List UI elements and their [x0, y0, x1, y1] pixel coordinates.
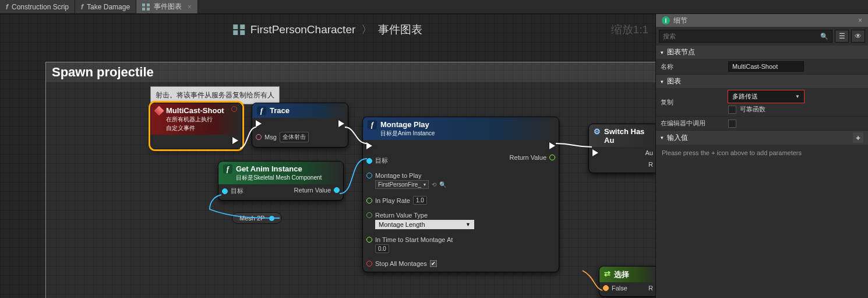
checkbox-call-in-editor[interactable]	[728, 120, 736, 128]
pin-label: False	[612, 285, 627, 292]
pin-target[interactable]: 目标	[222, 187, 244, 195]
pin-in-play-rate[interactable]: In Play Rate 1.0	[366, 196, 474, 205]
tab-take-damage[interactable]: f Take Damage	[75, 0, 136, 13]
function-icon: f	[257, 106, 266, 115]
float-pin-icon	[366, 237, 372, 243]
dropdown-replication[interactable]: 多路传送	[728, 90, 804, 103]
node-title: Get Anim Instance	[236, 164, 302, 173]
breakpoint-icon[interactable]	[231, 106, 237, 112]
exec-in-pin[interactable]	[592, 149, 598, 156]
node-select[interactable]: ⇄ 选择 False R	[599, 266, 655, 297]
node-title: Montage Play	[380, 120, 429, 129]
pin-label: In Play Rate	[375, 197, 410, 204]
visibility-button[interactable]: 👁	[851, 30, 865, 43]
label-replicate: 复制	[656, 88, 724, 117]
variable-label: Mesh 2P	[239, 215, 264, 222]
pin-default-value[interactable]: 1.0	[413, 196, 427, 205]
asset-picker[interactable]: FirstPersonFire_	[375, 180, 429, 189]
breadcrumb: FirstPersonCharacter 〉 事件图表	[233, 22, 423, 37]
node-subtitle2: 自定义事件	[166, 124, 228, 132]
search-icon: 🔍	[820, 33, 828, 40]
function-icon: f	[223, 164, 232, 174]
view-options-button[interactable]: ☰	[835, 30, 849, 43]
node-trace[interactable]: f Trace Msg 全体射击	[252, 103, 348, 148]
comment-node[interactable]: Spawn projectile	[45, 62, 655, 298]
node-variable-mesh2p[interactable]: Mesh 2P	[232, 212, 282, 224]
section-graph-node[interactable]: ▾ 图表节点	[656, 45, 868, 59]
graph-icon	[142, 3, 150, 10]
pin-return-value[interactable]: Return Value	[294, 187, 340, 194]
comment-title[interactable]: Spawn projectile	[46, 62, 655, 82]
bool-checkbox[interactable]: ✔	[430, 260, 437, 267]
pin-msg[interactable]: Msg 全体射击	[256, 132, 309, 142]
pin-montage-to-play[interactable]: Montage to Play FirstPersonFire_ ⟲ 🔍	[366, 172, 474, 189]
checkbox-reliable[interactable]	[728, 106, 736, 114]
browse-icon[interactable]: 🔍	[439, 181, 446, 188]
node-subtitle: 在所有机器上执行	[166, 115, 228, 124]
tab-label: Take Damage	[87, 3, 130, 11]
function-icon: f	[368, 120, 377, 129]
details-search-input[interactable]: 搜索 🔍	[659, 30, 832, 43]
exec-out-remote[interactable]: R	[648, 161, 653, 168]
pin-result[interactable]: R	[648, 285, 653, 292]
event-graph-canvas[interactable]: FirstPersonCharacter 〉 事件图表 缩放1:1 Spawn …	[0, 14, 655, 298]
blueprint-icon	[233, 24, 245, 35]
node-montage-play[interactable]: f Montage Play 目标是Anim Instance 目标	[362, 117, 559, 272]
event-diamond-icon	[154, 106, 164, 116]
string-pin-icon	[256, 134, 262, 140]
details-panel: i 细节 × 搜索 🔍 ☰ 👁 ▾ 图表节点 名称	[655, 14, 868, 298]
exec-out-pin[interactable]	[232, 137, 238, 144]
use-selected-icon[interactable]: ⟲	[432, 181, 436, 188]
node-get-anim-instance[interactable]: f Get Anim Instance 目标是Skeletal Mesh Com…	[218, 161, 344, 201]
pin-default-value[interactable]: 全体射击	[280, 132, 309, 142]
pin-target[interactable]: 目标	[366, 156, 474, 165]
details-tab[interactable]: i 细节 ×	[656, 14, 868, 27]
pin-return-value[interactable]: Return Value	[510, 154, 555, 161]
pin-label: In Time to Start Montage At	[375, 236, 453, 243]
exec-out-pin[interactable]	[338, 120, 344, 127]
tab-label: 事件图表	[154, 2, 182, 12]
enum-pin-icon	[366, 212, 372, 218]
macro-gear-icon: ⚙	[594, 127, 601, 136]
zoom-level: 缩放1:1	[611, 22, 648, 37]
pin-label: 目标	[375, 156, 388, 165]
object-pin-icon	[366, 158, 372, 164]
tab-construction-script[interactable]: f Construction Scrip	[0, 0, 75, 13]
object-pin-icon	[334, 187, 340, 193]
tab-event-graph[interactable]: 事件图表 ×	[136, 0, 198, 13]
pin-label: Montage to Play	[375, 172, 422, 179]
node-title: Trace	[270, 106, 290, 115]
close-icon[interactable]: ×	[858, 16, 862, 24]
pin-return-value-type[interactable]: Return Value Type Montage Length	[366, 212, 474, 229]
breadcrumb-current[interactable]: 事件图表	[378, 22, 422, 37]
exec-in-pin[interactable]	[256, 120, 309, 127]
tab-label: Construction Scrip	[12, 3, 69, 11]
object-pin-icon[interactable]	[269, 216, 274, 221]
pin-label: Return Value Type	[375, 212, 428, 219]
close-icon[interactable]: ×	[188, 3, 192, 11]
exec-out-authority[interactable]: Au	[645, 149, 653, 156]
label-name: 名称	[656, 59, 724, 75]
info-icon: i	[662, 16, 670, 24]
node-switch-has-authority[interactable]: ⚙ Switch Has Au Au R	[588, 124, 655, 173]
input-node-name[interactable]	[728, 61, 804, 72]
pin-stop-all-montages[interactable]: Stop All Montages ✔	[366, 260, 474, 267]
node-multicast-shoot[interactable]: MultiCast-Shoot 在所有机器上执行 自定义事件	[150, 103, 242, 149]
eye-icon: 👁	[855, 32, 862, 40]
enum-dropdown[interactable]: Montage Length	[375, 220, 474, 229]
exec-in-pin[interactable]	[366, 142, 474, 149]
pin-false[interactable]: False	[603, 285, 627, 292]
section-graph[interactable]: ▾ 图表	[656, 75, 868, 88]
pin-in-time-start[interactable]: In Time to Start Montage At 0.0	[366, 236, 474, 253]
float-pin-icon	[366, 198, 372, 204]
expand-icon: ▾	[661, 135, 664, 141]
exec-out-pin[interactable]	[549, 142, 555, 149]
wildcard-pin-icon	[603, 285, 609, 291]
add-input-button[interactable]: ＋	[853, 132, 863, 143]
section-inputs[interactable]: ▾ 输入值 ＋	[656, 131, 868, 145]
pin-label: Stop All Montages	[375, 260, 427, 267]
node-title: 选择	[614, 269, 629, 280]
pin-label: Return Value	[294, 187, 331, 194]
breadcrumb-root[interactable]: FirstPersonCharacter	[250, 23, 356, 36]
pin-default-value[interactable]: 0.0	[375, 244, 389, 253]
